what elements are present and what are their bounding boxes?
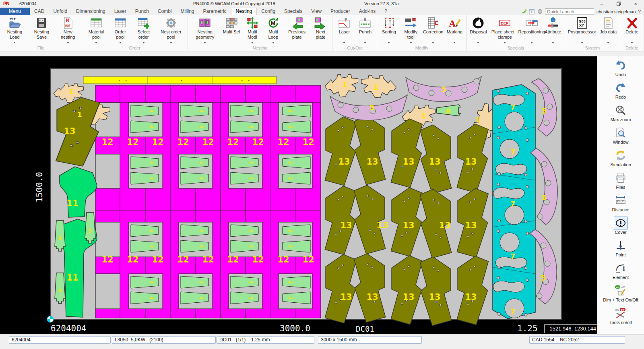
dropdown-arrow-icon[interactable] (432, 42, 434, 43)
dropdown-arrow-icon[interactable] (388, 42, 390, 43)
dropdown-arrow-icon[interactable] (631, 42, 633, 43)
sidebar-button-max-zoom[interactable]: Max zoom (597, 104, 644, 126)
menu-tab-view[interactable]: View (307, 8, 326, 15)
sidebar-button-point[interactable]: Point (597, 239, 644, 262)
ribbon-button-delete[interactable]: Delete (621, 16, 642, 45)
menu-tab-laser[interactable]: Laser (110, 8, 131, 15)
status-field-1[interactable]: L3050 5,0KW (2100) (112, 336, 216, 344)
ribbon-button-disposal[interactable]: Disposal (468, 16, 489, 45)
ribbon-button-sorting[interactable]: Sorting (378, 16, 399, 45)
svg-text:G03: G03 (578, 19, 585, 23)
dropdown-arrow-icon[interactable] (251, 42, 254, 43)
menu-tab-config[interactable]: Config (257, 8, 280, 15)
menu-tab-dimensioning[interactable]: Dimensioning (72, 8, 110, 15)
menu-tab-nesting[interactable]: Nesting (231, 8, 257, 15)
check-icon[interactable] (521, 9, 526, 14)
menu-tab-help[interactable]: ? (380, 8, 392, 15)
ribbon-button-place-sheet-clamps[interactable]: DEFPlace sheet + clamps (489, 16, 521, 45)
dropdown-arrow-icon[interactable] (453, 42, 456, 43)
ribbon-button-marking[interactable]: AMarking (444, 16, 465, 45)
ribbon-button-multi-modi[interactable]: Multi Modi (242, 16, 263, 45)
dropdown-arrow-icon[interactable] (142, 42, 145, 43)
minimize-button[interactable]: – (593, 0, 610, 8)
sidebar-button-tools-on-off[interactable]: onoffTools on/off (597, 307, 644, 329)
ribbon-button-job-data[interactable]: Job data (598, 16, 619, 45)
sidebar-button-redo[interactable]: Redo (597, 81, 644, 104)
menu-tab-menu[interactable]: Menu (0, 8, 30, 15)
ribbon-button-nesting-geometry[interactable]: Nesting geometry (189, 16, 221, 45)
maximize-button[interactable] (610, 0, 627, 8)
ribbon-button-punch[interactable]: Punch (355, 16, 376, 45)
nesting-canvas[interactable]: 33333333333333333333333333333333 1212121… (0, 56, 597, 334)
ribbon-button-label: Select order (133, 29, 154, 39)
ribbon-button-material-pool[interactable]: Material pool (83, 16, 109, 45)
sidebar-button-simulation[interactable]: Simulation (597, 149, 644, 171)
ribbon-button-nesting-save[interactable]: PLATNesting Save (28, 16, 55, 45)
status-field-2[interactable]: DC01 (1/1) 1.25 mm (217, 336, 314, 344)
ribbon-button-repositioning[interactable]: Repositioning (521, 16, 543, 45)
dropdown-arrow-icon[interactable] (95, 42, 97, 43)
sidebar-button-undo[interactable]: Undo (597, 59, 644, 81)
menu-tab-punch[interactable]: Punch (131, 8, 153, 15)
sidebar-button-element[interactable]: Element (597, 262, 644, 284)
ribbon-button-next-plate[interactable]: Next plate (310, 16, 331, 45)
dropdown-arrow-icon[interactable] (170, 42, 172, 43)
ribbon-button-nest-order-pool[interactable]: Nest order pool (156, 16, 186, 45)
ribbon-button-select-order[interactable]: Select order (131, 16, 156, 45)
ribbon-button-multi-sel[interactable]: Multi Sel (221, 16, 242, 45)
dropdown-arrow-icon[interactable] (13, 42, 16, 43)
dropdown-arrow-icon[interactable] (410, 42, 412, 43)
ribbon-button-previous-plate[interactable]: Previous plate (284, 16, 310, 45)
menu-tab-specials[interactable]: Specials (280, 8, 307, 15)
quick-launch-input[interactable] (545, 8, 594, 15)
ribbon-button-laser[interactable]: Laser (334, 16, 355, 45)
multi-modi-icon (246, 16, 259, 29)
menu-tab-milling[interactable]: Milling (176, 8, 199, 15)
dropdown-arrow-icon[interactable] (581, 42, 583, 43)
menu-tab-parametric[interactable]: Parametric (199, 8, 231, 15)
sidebar-button-cover[interactable]: Cover (597, 217, 644, 239)
save-view-icon[interactable] (529, 9, 535, 14)
dropdown-arrow-icon[interactable] (607, 42, 609, 43)
dropdown-arrow-icon[interactable] (364, 42, 366, 43)
dropdown-arrow-icon[interactable] (67, 42, 69, 43)
svg-text:3: 3 (249, 281, 253, 284)
record-icon[interactable] (537, 9, 543, 14)
menu-tab-cad[interactable]: CAD (30, 8, 49, 15)
ribbon-button-order-pool[interactable]: Order pool (109, 16, 132, 45)
ribbon-button-modify-tool[interactable]: Modify tool (399, 16, 422, 45)
svg-text:3: 3 (149, 161, 153, 164)
menu-tab-producer[interactable]: Producer (326, 8, 355, 15)
status-field-0[interactable]: 6204004 (9, 336, 111, 344)
dropdown-arrow-icon[interactable] (204, 42, 206, 43)
menu-tab-add-ins[interactable]: Add-Ins (355, 8, 380, 15)
ribbon-button-nesting-load[interactable]: PLTNesting Load (1, 16, 28, 45)
ribbon-button-new-nesting[interactable]: NINITNew nesting (55, 16, 80, 45)
sidebar-button-distance[interactable]: Distance (597, 194, 644, 217)
menu-tab-unfold[interactable]: Unfold (49, 8, 72, 15)
menu-tab-combi[interactable]: Combi (153, 8, 176, 15)
part-label: 13 (402, 221, 414, 230)
close-button[interactable]: × (627, 0, 644, 8)
svg-text:3: 3 (288, 110, 293, 113)
dropdown-arrow-icon[interactable] (343, 42, 345, 43)
ribbon-button-postprocessor[interactable]: G03XYPostprocessor (566, 16, 598, 45)
status-field-3[interactable]: 3000 x 1500 mm (318, 336, 422, 344)
sidebar-button-window[interactable]: Window (597, 126, 644, 149)
help-button[interactable]: ? (638, 9, 641, 14)
dropdown-arrow-icon[interactable] (504, 42, 506, 43)
dropdown-arrow-icon[interactable] (530, 42, 533, 43)
dropdown-arrow-icon[interactable] (119, 42, 122, 43)
dropdown-arrow-icon[interactable] (477, 42, 479, 43)
nesting-drawing[interactable]: 33333333333333333333333333333333 1212121… (0, 56, 597, 334)
ribbon-button-correction[interactable]: Correction (422, 16, 444, 45)
sidebar-button-files[interactable]: Files (597, 171, 644, 194)
sidebar-button-label: Distance (612, 207, 630, 212)
sidebar-button-dim-text-on-off[interactable]: onoffDim + Text On/Off (597, 284, 644, 307)
ribbon-button-multi-loop[interactable]: MMulti Loop (263, 16, 284, 45)
dropdown-arrow-icon[interactable] (272, 42, 275, 43)
dropdown-arrow-icon[interactable] (552, 42, 554, 43)
status-field-4[interactable]: CAD 1554 NC 2052 (529, 336, 625, 344)
ribbon-button-attribute[interactable]: iAttribute (543, 16, 564, 45)
modify-tool-icon (404, 16, 418, 29)
